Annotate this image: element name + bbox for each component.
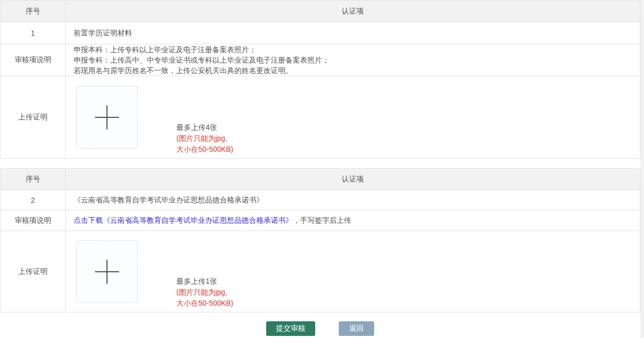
upload-size-restriction: 大小在50-500KB)	[176, 144, 233, 155]
plus-icon	[95, 105, 119, 129]
column-header-serial: 序号	[1, 1, 66, 22]
table-row: 审核项说明 点击下载《云南省高等教育自学考试毕业办证思想品德合格承诺书》，手写签…	[1, 210, 640, 231]
review-note-label: 审核项说明	[1, 210, 66, 231]
column-header-cert-item: 认证项	[66, 168, 640, 190]
upload-max-count: 最多上传4张	[176, 122, 233, 133]
table-header-row: 序号 认证项	[1, 168, 640, 190]
review-line-3: 若现用名与原学历姓名不一致，上传公安机关出具的姓名更改证明。	[74, 65, 329, 76]
upload-hint-block: 最多上传1张 (图片只能为jpg, 大小在50-500KB)	[176, 276, 233, 309]
review-line-1: 申报本科：上传专科以上毕业证及电子注册备案表照片；	[74, 44, 329, 55]
upload-hint-block: 最多上传4张 (图片只能为jpg, 大小在50-500KB)	[176, 122, 233, 155]
cert-item-name: 前置学历证明材料	[66, 22, 640, 44]
upload-format-restriction: (图片只能为jpg,	[176, 133, 233, 144]
back-button[interactable]: 返回	[339, 321, 374, 336]
review-line-2: 申报专科：上传高中、中专毕业证书或专科以上毕业证及电子注册备案表照片；	[74, 55, 329, 65]
serial-number: 2	[1, 190, 66, 210]
action-bar: 提交审核 返回	[0, 321, 640, 336]
table-row: 上传证明 最多上传4张 (图片只能为jpg, 大小在50-500KB)	[1, 76, 640, 158]
upload-picture-button[interactable]	[76, 240, 138, 303]
upload-proof-label: 上传证明	[1, 231, 66, 312]
table-row: 审核项说明 申报本科：上传专科以上毕业证及电子注册备案表照片； 申报专科：上传高…	[1, 44, 640, 76]
upload-max-count: 最多上传1张	[176, 276, 233, 287]
upload-picture-button[interactable]	[76, 86, 138, 149]
upload-area: 最多上传4张 (图片只能为jpg, 大小在50-500KB)	[66, 76, 640, 158]
certification-table-2: 序号 认证项 2 《云南省高等教育自学考试毕业办证思想品德合格承诺书》 审核项说…	[0, 168, 640, 312]
review-note-label: 审核项说明	[1, 44, 66, 76]
upload-area: 最多上传1张 (图片只能为jpg, 大小在50-500KB)	[66, 231, 640, 312]
table-row: 上传证明 最多上传1张 (图片只能为jpg, 大小在50-500KB)	[1, 231, 640, 312]
submit-review-button[interactable]: 提交审核	[266, 321, 315, 336]
table-row: 2 《云南省高等教育自学考试毕业办证思想品德合格承诺书》	[1, 190, 640, 210]
upload-size-restriction: 大小在50-500KB)	[176, 298, 233, 309]
upload-proof-label: 上传证明	[1, 76, 66, 158]
review-note-text: 点击下载《云南省高等教育自学考试毕业办证思想品德合格承诺书》，手写签字后上传	[66, 210, 640, 231]
scrollbar-track[interactable]	[640, 0, 644, 338]
plus-icon	[95, 260, 119, 284]
table-row: 1 前置学历证明材料	[1, 22, 640, 44]
page-content: 序号 认证项 1 前置学历证明材料 审核项说明 申报本科：上传专科以上毕业证及电…	[0, 0, 640, 336]
review-suffix-text: ，手写签字后上传	[293, 216, 351, 225]
upload-format-restriction: (图片只能为jpg,	[176, 287, 233, 298]
table-header-row: 序号 认证项	[1, 1, 640, 22]
column-header-cert-item: 认证项	[66, 1, 640, 22]
review-note-text: 申报本科：上传专科以上毕业证及电子注册备案表照片； 申报专科：上传高中、中专毕业…	[66, 44, 640, 76]
column-header-serial: 序号	[1, 168, 66, 190]
serial-number: 1	[1, 22, 66, 44]
cert-item-name: 《云南省高等教育自学考试毕业办证思想品德合格承诺书》	[66, 190, 640, 210]
download-template-link[interactable]: 点击下载《云南省高等教育自学考试毕业办证思想品德合格承诺书》	[74, 216, 293, 225]
certification-table-1: 序号 认证项 1 前置学历证明材料 审核项说明 申报本科：上传专科以上毕业证及电…	[0, 0, 640, 159]
